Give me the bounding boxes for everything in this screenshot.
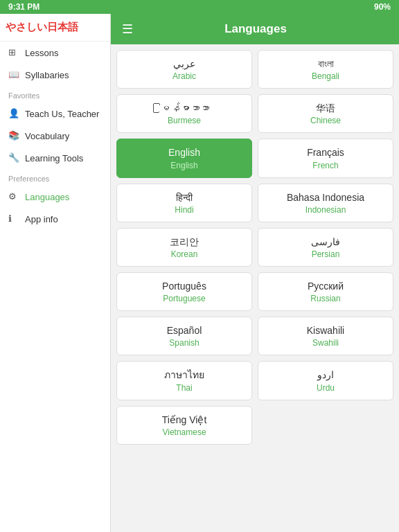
person-icon: 👤 <box>8 108 19 119</box>
lang-burmese[interactable]: မြန်မာဘာသာ Burmese <box>116 94 252 133</box>
lang-spanish[interactable]: Español Spanish <box>116 317 252 355</box>
grid-icon: ⊞ <box>8 47 19 58</box>
lang-hindi[interactable]: हिन्दी Hindi <box>116 184 252 222</box>
languages-grid: عربي Arabic বাংলা Bengali မြန်မာဘာသာ Bur… <box>111 44 399 532</box>
lang-row-6: Português Portuguese Русский Russian <box>116 272 393 311</box>
main-layout: やさしい日本語 ⊞ Lessons 📖 Syllabaries Favorite… <box>0 14 399 532</box>
lang-arabic[interactable]: عربي Arabic <box>116 50 252 89</box>
lang-row-2: မြန်မာဘာသာ Burmese 华语 Chinese <box>116 94 393 133</box>
top-header: ☰ Languages <box>111 14 399 44</box>
lang-row-7: Español Spanish Kiswahili Swahili <box>116 317 393 355</box>
lang-russian[interactable]: Русский Russian <box>258 272 393 311</box>
status-time: 9:31 PM <box>8 2 39 12</box>
lang-swahili[interactable]: Kiswahili Swahili <box>258 317 393 355</box>
main-content: ☰ Languages عربي Arabic বাংলা Bengali မြ… <box>111 14 399 532</box>
sidebar-item-syllabaries[interactable]: 📖 Syllabaries <box>0 64 110 86</box>
lang-row-5: 코리안 Korean فارسی Persian <box>116 228 393 267</box>
menu-icon[interactable]: ☰ <box>122 21 133 37</box>
gear-icon: ⚙ <box>8 191 19 202</box>
lang-row-3: English English Français French <box>116 139 393 177</box>
book2-icon: 📚 <box>8 130 19 141</box>
status-battery: 90% <box>374 2 391 12</box>
preferences-label: Preferences <box>0 169 110 186</box>
lang-chinese[interactable]: 华语 Chinese <box>258 94 393 133</box>
lang-urdu[interactable]: اردو Urdu <box>258 361 393 400</box>
status-bar: 9:31 PM 90% <box>0 0 399 14</box>
sidebar-item-lessons[interactable]: ⊞ Lessons <box>0 42 110 64</box>
lang-thai[interactable]: ภาษาไทย Thai <box>116 361 252 400</box>
sidebar-item-vocabulary[interactable]: 📚 Vocabulary <box>0 125 110 147</box>
logo-ya: やさしい <box>6 21 47 33</box>
lang-row-8: ภาษาไทย Thai اردو Urdu <box>116 361 393 400</box>
tools-icon: 🔧 <box>8 152 19 163</box>
lang-row-1: عربي Arabic বাংলা Bengali <box>116 50 393 89</box>
lang-row-9: Tiếng Việt Vietnamese <box>116 406 393 445</box>
lang-french[interactable]: Français French <box>258 139 393 177</box>
book-icon: 📖 <box>8 69 19 80</box>
lang-english[interactable]: English English <box>116 139 252 177</box>
lang-portuguese[interactable]: Português Portuguese <box>116 272 252 311</box>
lang-indonesian[interactable]: Bahasa Indonesia Indonesian <box>258 184 393 222</box>
lang-bengali[interactable]: বাংলা Bengali <box>258 50 393 89</box>
page-title: Languages <box>141 22 370 36</box>
favorites-label: Favorites <box>0 86 110 103</box>
lang-vietnamese[interactable]: Tiếng Việt Vietnamese <box>116 406 252 445</box>
lang-row-4: हिन्दी Hindi Bahasa Indonesia Indonesian <box>116 184 393 222</box>
sidebar-item-learning-tools[interactable]: 🔧 Learning Tools <box>0 147 110 169</box>
app-logo: やさしい日本語 <box>0 14 110 42</box>
lang-korean[interactable]: 코리안 Korean <box>116 228 252 267</box>
sidebar: やさしい日本語 ⊞ Lessons 📖 Syllabaries Favorite… <box>0 14 111 532</box>
info-icon: ℹ <box>8 213 19 224</box>
logo-nihongo: 日本語 <box>47 21 78 33</box>
sidebar-item-teach-us[interactable]: 👤 Teach Us, Teacher <box>0 103 110 125</box>
sidebar-item-app-info[interactable]: ℹ App info <box>0 208 110 230</box>
sidebar-item-languages[interactable]: ⚙ Languages <box>0 186 110 208</box>
lang-persian[interactable]: فارسی Persian <box>258 228 393 267</box>
